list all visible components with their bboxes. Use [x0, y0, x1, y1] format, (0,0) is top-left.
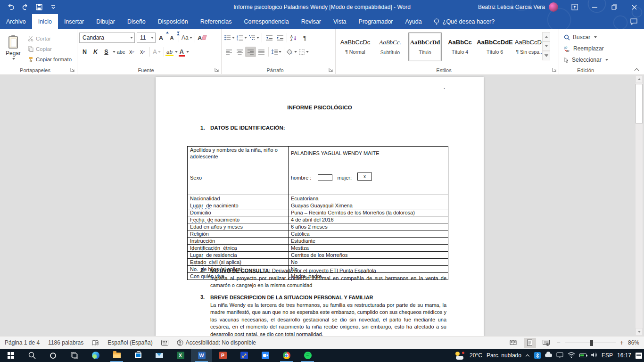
style-titulo[interactable]: AaBbCcDd Título [408, 32, 442, 61]
ribbon-display-options-button[interactable] [565, 0, 585, 14]
zoom-in-button[interactable]: + [620, 339, 624, 346]
find-button[interactable]: Buscar [561, 32, 610, 43]
styles-scroll-up-button[interactable] [542, 32, 550, 41]
clear-formatting-button[interactable]: A [197, 33, 207, 43]
notifications-icon[interactable] [636, 353, 642, 359]
style-normal[interactable]: AaBbCcDc ¶ Normal [339, 32, 372, 61]
keyboard-shortcuts-button[interactable] [161, 340, 168, 346]
zoom-out-button[interactable]: − [557, 339, 561, 346]
cortana-button[interactable] [42, 349, 64, 362]
clock[interactable]: 16:17 [617, 352, 631, 359]
comments-button[interactable] [623, 14, 644, 29]
web-layout-button[interactable] [540, 338, 553, 348]
font-size-combo[interactable]: 11 [137, 33, 156, 43]
customize-quick-access-button[interactable] [47, 1, 59, 13]
zoom-slider-handle[interactable] [590, 340, 593, 346]
increase-indent-button[interactable] [274, 33, 285, 43]
align-center-button[interactable] [234, 47, 245, 57]
section-2[interactable]: 2. MOTIVO DE CONSULTA: Derivada por el p… [200, 267, 446, 289]
close-button[interactable] [624, 0, 644, 14]
change-case-button[interactable]: Aa [181, 33, 193, 43]
format-painter-button[interactable]: Copiar formato [26, 54, 73, 64]
multilevel-list-button[interactable] [248, 33, 260, 43]
dialog-launcher-icon[interactable] [215, 67, 219, 72]
shrink-font-button[interactable]: A [166, 33, 177, 43]
copy-button[interactable]: Copiar [26, 44, 73, 54]
taskbar-spotify[interactable] [297, 349, 318, 362]
volume-icon[interactable] [591, 352, 597, 359]
shading-button[interactable] [286, 47, 298, 57]
tab-referencias[interactable]: Referencias [194, 14, 238, 29]
section-3[interactable]: 3. BREVE DESCRIPCION DE LA SITUACION PER… [200, 294, 446, 338]
save-button[interactable] [33, 1, 45, 13]
cut-button[interactable]: Cortar [26, 33, 73, 43]
superscript-button[interactable]: x2 [137, 47, 148, 57]
line-spacing-button[interactable] [270, 47, 282, 57]
dialog-launcher-icon[interactable] [70, 67, 75, 72]
justify-button[interactable] [256, 47, 267, 57]
replace-button[interactable]: abac Reemplazar [561, 43, 610, 54]
minimize-button[interactable] [585, 0, 604, 14]
weather-text[interactable]: Parc. nublado [487, 352, 521, 359]
grow-font-button[interactable]: A [156, 33, 166, 43]
tab-revisar[interactable]: Revisar [295, 14, 327, 29]
hombre-checkbox[interactable] [318, 174, 332, 181]
collapse-ribbon-button[interactable] [635, 68, 639, 72]
avatar[interactable] [549, 2, 558, 12]
taskbar-microsoft-store[interactable] [127, 349, 149, 362]
taskbar-mail[interactable] [149, 349, 170, 362]
taskbar-chrome[interactable] [276, 349, 297, 362]
document-title[interactable]: INFORME PSICOLÓGICO [156, 105, 484, 110]
bullets-button[interactable] [223, 33, 236, 43]
taskbar-file-explorer[interactable] [106, 349, 127, 362]
taskbar-excel[interactable]: X [170, 349, 191, 362]
decrease-indent-button[interactable] [264, 33, 274, 43]
page-indicator[interactable]: Página 1 de 4 [5, 339, 40, 346]
onedrive-icon[interactable] [545, 354, 552, 357]
accessibility-status[interactable]: Accesibilidad: No disponible [177, 339, 256, 346]
tab-disposicion[interactable]: Disposición [152, 14, 194, 29]
taskbar-word[interactable]: W [191, 349, 212, 362]
highlight-color-button[interactable]: ab [165, 47, 179, 57]
word-count[interactable]: 1186 palabras [48, 339, 83, 346]
print-layout-button[interactable] [524, 338, 536, 348]
read-mode-button[interactable] [507, 338, 520, 348]
font-color-button[interactable]: A [179, 47, 190, 57]
bold-button[interactable]: N [79, 47, 90, 57]
document-page[interactable]: . INFORME PSICOLÓGICO 1. DATOS DE IDENTI… [156, 77, 484, 336]
cast-icon[interactable] [556, 352, 563, 359]
scroll-up-button[interactable] [636, 75, 643, 83]
zoom-level[interactable]: 86% [628, 339, 639, 346]
style-sin-espaciado[interactable]: AaBbCcDc ¶ Sin espa... [513, 32, 546, 61]
start-button[interactable] [0, 349, 21, 362]
text-effects-button[interactable]: A [151, 47, 162, 57]
italic-button[interactable]: K [90, 47, 101, 57]
show-paragraph-marks-button[interactable]: ¶ [299, 33, 310, 43]
taskbar-edge[interactable] [85, 349, 106, 362]
mujer-checkbox[interactable]: x [357, 173, 372, 181]
bluetooth-icon[interactable] [534, 352, 541, 359]
tell-me-box[interactable]: ¿Qué desea hacer? [428, 14, 501, 29]
zoom-slider[interactable] [565, 343, 616, 343]
tab-vista[interactable]: Vista [327, 14, 353, 29]
dialog-launcher-icon[interactable] [329, 67, 333, 72]
dialog-launcher-icon[interactable] [552, 67, 557, 72]
subscript-button[interactable]: x2 [126, 47, 137, 57]
language-indicator[interactable]: Español (España) [107, 339, 152, 346]
tab-dibujar[interactable]: Dibujar [90, 14, 121, 29]
scrollbar-thumb[interactable] [636, 84, 643, 123]
tab-archivo[interactable]: Archivo [0, 14, 32, 29]
style-titulo-6[interactable]: AaBbCcDdE Título 6 [478, 32, 512, 61]
align-right-button[interactable] [245, 47, 256, 57]
account-name[interactable]: Beatriz Leticia Garcia Vera [478, 4, 545, 10]
style-titulo-4[interactable]: AaBbCc Título 4 [443, 32, 477, 61]
taskbar-zoom[interactable] [255, 349, 276, 362]
styles-scroll-down-button[interactable] [542, 41, 550, 51]
weather-icon[interactable] [455, 352, 465, 360]
redo-button[interactable] [19, 1, 31, 13]
sort-button[interactable]: AZ [289, 33, 299, 43]
proofing-errors-button[interactable] [92, 340, 99, 346]
borders-button[interactable] [298, 47, 310, 57]
undo-button[interactable] [5, 1, 17, 13]
taskbar-powerpoint[interactable]: P [212, 349, 233, 362]
